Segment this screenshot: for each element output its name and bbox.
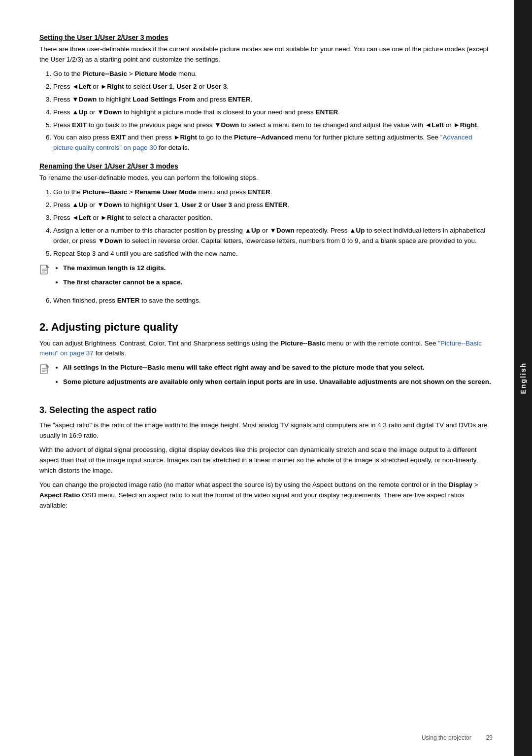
list-item: When finished, press ENTER to save the s…: [53, 296, 493, 306]
list-item: Go to the Picture--Basic > Picture Mode …: [53, 69, 493, 79]
section-renaming-user-modes: Renaming the User 1/User 2/User 3 modes …: [39, 162, 493, 306]
note-item: Some picture adjustments are available o…: [63, 377, 493, 387]
section4-para3: You can change the projected image ratio…: [39, 480, 493, 511]
sidebar-english-label: English: [514, 0, 532, 756]
note-icon-2: [39, 364, 50, 376]
section-title-aspect: 3. Selecting the aspect ratio: [39, 405, 493, 415]
list-item: Press ▲Up or ▼Down to highlight User 1, …: [53, 200, 493, 210]
section-adjusting-quality: 2. Adjusting picture quality You can adj…: [39, 321, 493, 392]
page-number: 29: [486, 734, 493, 741]
note-maxlength-content: The maximun length is 12 digits. The fir…: [53, 263, 493, 292]
section1-steps-list: Go to the Picture--Basic > Picture Mode …: [53, 69, 493, 153]
link-picture-basic-menu[interactable]: "Picture--Basic menu" on page 37: [39, 340, 482, 357]
list-item: Press ▼Down to highlight Load Settings F…: [53, 95, 493, 105]
section1-intro: There are three user-definable modes if …: [39, 44, 493, 65]
note-item: All settings in the Picture--Basic menu …: [63, 363, 493, 373]
note-item: The first character cannot be a space.: [63, 277, 493, 288]
list-item: Assign a letter or a number to this char…: [53, 226, 493, 246]
section4-para2: With the advent of digital signal proces…: [39, 445, 493, 476]
footer-using-projector: Using the projector: [422, 734, 471, 741]
note-item: The maximun length is 12 digits.: [63, 263, 493, 274]
list-item: Repeat Step 3 and 4 until you are satisf…: [53, 249, 493, 259]
section-heading-renaming: Renaming the User 1/User 2/User 3 modes: [39, 162, 493, 170]
section2-step6-list: When finished, press ENTER to save the s…: [53, 296, 493, 306]
section2-intro: To rename the user-definable modes, you …: [39, 173, 493, 183]
section-aspect-ratio: 3. Selecting the aspect ratio The "aspec…: [39, 405, 493, 511]
list-item: You can also press EXIT and then press ►…: [53, 133, 493, 153]
section3-intro: You can adjust Brightness, Contrast, Col…: [39, 339, 493, 359]
list-item: Press ▲Up or ▼Down to highlight a pictur…: [53, 107, 493, 118]
note-all-settings: All settings in the Picture--Basic menu …: [39, 363, 493, 391]
list-item: Press ◄Left or ►Right to select a charac…: [53, 213, 493, 223]
section-title-adjusting: 2. Adjusting picture quality: [39, 321, 493, 334]
section-heading-setting: Setting the User 1/User 2/User 3 modes: [39, 34, 493, 41]
section-setting-user-modes: Setting the User 1/User 2/User 3 modes T…: [39, 34, 493, 153]
list-item: Press EXIT to go back to the previous pa…: [53, 120, 493, 131]
note-maxlength: The maximun length is 12 digits. The fir…: [39, 263, 493, 292]
content-area: Setting the User 1/User 2/User 3 modes T…: [39, 34, 493, 511]
section4-para1: The "aspect ratio" is the ratio of the i…: [39, 420, 493, 441]
page-container: English Setting the User 1/User 2/User 3…: [0, 0, 532, 756]
note-icon: [39, 264, 50, 276]
note-all-settings-content: All settings in the Picture--Basic menu …: [53, 363, 493, 391]
sidebar-text: English: [519, 362, 527, 394]
list-item: Press ◄Left or ►Right to select User 1, …: [53, 82, 493, 92]
list-item: Go to the Picture--Basic > Rename User M…: [53, 187, 493, 198]
footer: Using the projector 29: [422, 734, 493, 741]
section2-steps-list: Go to the Picture--Basic > Rename User M…: [53, 187, 493, 259]
